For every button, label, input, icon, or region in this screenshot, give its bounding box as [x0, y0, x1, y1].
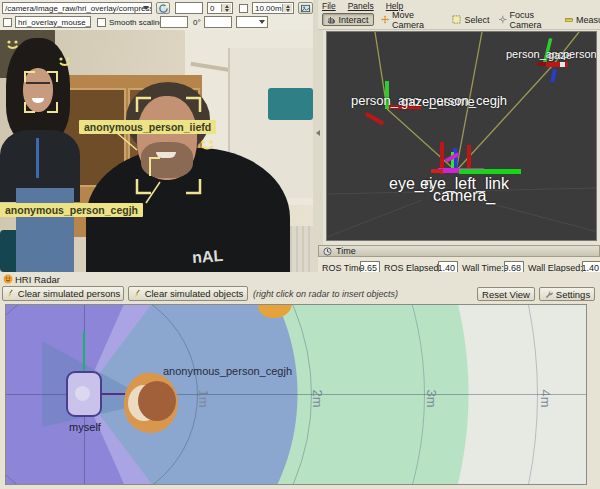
tool-move-camera-button[interactable]: Move Camera — [380, 13, 444, 26]
depth-value: 10.00m — [255, 4, 282, 13]
refresh-icon — [159, 4, 168, 13]
tool-interact-label: Interact — [338, 15, 368, 25]
frames-value: 0 — [210, 4, 214, 13]
clear-persons-button[interactable]: Clear simulated persons — [2, 286, 124, 301]
myself-inner-circle — [75, 386, 90, 401]
face-box-man — [137, 98, 200, 193]
tf-label: camera_ — [433, 187, 495, 205]
smooth-scaling-checkbox[interactable] — [97, 18, 106, 27]
ring-label-3m: 3m — [424, 389, 439, 407]
radar-canvas[interactable]: myself anonymous_person_cegjh 1m 2m 3m 4… — [5, 304, 587, 485]
ruler-icon — [565, 16, 573, 24]
tool-move-camera-label: Move Camera — [392, 10, 443, 30]
snapshot-button[interactable] — [298, 2, 313, 14]
smiley-icon — [7, 40, 17, 48]
tf-label: person_cegjh — [429, 93, 507, 108]
panel-splitter[interactable] — [313, 0, 323, 272]
wrench-icon — [544, 290, 553, 299]
smiley-icon — [59, 57, 69, 65]
clear-objects-button[interactable]: Clear simulated objects — [128, 286, 248, 301]
hri-workbench-window: /camera/image_raw/hri_overlay/compressed… — [0, 0, 600, 489]
depth-spinbox[interactable]: 10.00m — [252, 2, 294, 14]
settings-button[interactable]: Settings — [539, 287, 595, 301]
time-panel-title: Time — [336, 246, 356, 256]
broom-icon — [6, 289, 15, 298]
radar-person-label: anonymous_person_cegjh — [163, 365, 292, 377]
ring-label-1m: 1m — [196, 389, 211, 407]
tool-focus-camera-label: Focus Camera — [510, 10, 559, 30]
reset-view-button[interactable]: Reset View — [477, 287, 535, 301]
angle-field[interactable] — [204, 16, 232, 28]
radar-hint-text: (right click on radar to insert objects) — [253, 289, 398, 299]
mouse-topic-value: hri_overlay_mouse_left — [18, 18, 91, 27]
chevron-down-icon — [259, 20, 265, 24]
focus-crosshair-icon — [499, 15, 507, 24]
tool-focus-camera-button[interactable]: Focus Camera — [498, 13, 560, 26]
person-label-cegjh: anonymous_person_cegjh — [0, 203, 143, 217]
refresh-topics-button[interactable] — [156, 2, 170, 14]
radar-panel-header: HRI Radar Clear simulated persons Clear … — [0, 272, 600, 304]
rviz-3d-viewport[interactable]: person_ano gaze_uscme person_cegjh perso… — [326, 31, 597, 241]
face-box-woman — [25, 72, 57, 112]
broom-icon — [133, 289, 142, 298]
rviz-toolbar: Interact Move Camera Select Focus Camera… — [318, 11, 600, 30]
image-icon — [301, 4, 310, 13]
radar-panel-icon — [3, 274, 13, 284]
mouse-topic-checkbox[interactable] — [3, 18, 12, 27]
myself-label: myself — [59, 421, 111, 433]
clear-objects-label: Clear simulated objects — [145, 288, 244, 299]
image-topic-combo[interactable]: /camera/image_raw/hri_overlay/compressed — [2, 2, 152, 14]
myself-heading-line — [83, 331, 85, 375]
clear-persons-label: Clear simulated persons — [18, 288, 120, 299]
select-box-icon — [452, 15, 461, 24]
tf-frame-camera-eyes — [431, 142, 521, 174]
image-topic-value: /camera/image_raw/hri_overlay/compressed — [5, 4, 152, 13]
image-toolbar: /camera/image_raw/hri_overlay/compressed… — [0, 0, 318, 30]
radar-person-head — [138, 381, 176, 421]
ring-label-2m: 2m — [310, 389, 325, 407]
smooth-scaling-label: Smooth scaling — [109, 18, 164, 27]
ros-elapsed-value: 1.40 — [438, 263, 455, 273]
tf-label: person_ii — [563, 48, 597, 60]
move-arrows-icon — [381, 15, 389, 24]
mode-combo[interactable] — [236, 16, 268, 28]
reset-view-label: Reset View — [482, 289, 530, 300]
tool-interact-button[interactable]: Interact — [322, 13, 374, 26]
camera-view[interactable]: nAL anonymous_person_iief — [0, 30, 313, 272]
hri-overlay-graphics — [0, 30, 313, 272]
tool-select-button[interactable]: Select — [450, 13, 492, 26]
splitter-handle-icon[interactable] — [316, 130, 320, 136]
frames-spin-arrows[interactable] — [221, 4, 231, 12]
tool-measure-button[interactable]: Measure — [564, 13, 600, 26]
status-field[interactable] — [175, 2, 203, 14]
menu-file[interactable]: File — [322, 1, 336, 11]
depth-spin-arrows[interactable] — [282, 4, 292, 12]
tool-measure-label: Measure — [576, 15, 600, 25]
depth-checkbox[interactable] — [239, 4, 248, 13]
wall-elapsed-value: 1.40 — [582, 263, 599, 273]
tf-frames-graphics — [327, 32, 597, 241]
smiley-icon — [201, 140, 213, 148]
wall-time-value: 9.68 — [504, 263, 521, 273]
scale-field[interactable] — [160, 16, 188, 28]
radar-panel-title: HRI Radar — [15, 274, 60, 285]
ros-time-value: 9.65 — [360, 263, 377, 273]
angle-label: 0° — [193, 18, 201, 27]
menu-panels[interactable]: Panels — [348, 1, 374, 11]
frames-spinbox[interactable]: 0 — [207, 2, 233, 14]
hand-icon — [327, 15, 335, 24]
clock-icon — [323, 247, 332, 256]
tool-select-label: Select — [464, 15, 489, 25]
person-label-iiefd: anonymous_person_iiefd — [79, 120, 216, 134]
ring-label-4m: 4m — [538, 389, 553, 407]
myself-icon[interactable] — [66, 371, 102, 417]
settings-label: Settings — [556, 289, 590, 300]
facial-landmark-bracket — [150, 158, 160, 176]
time-panel-titlebar[interactable]: Time — [318, 245, 600, 257]
mouse-topic-field[interactable]: hri_overlay_mouse_left — [15, 16, 91, 28]
chevron-down-icon — [143, 6, 149, 10]
